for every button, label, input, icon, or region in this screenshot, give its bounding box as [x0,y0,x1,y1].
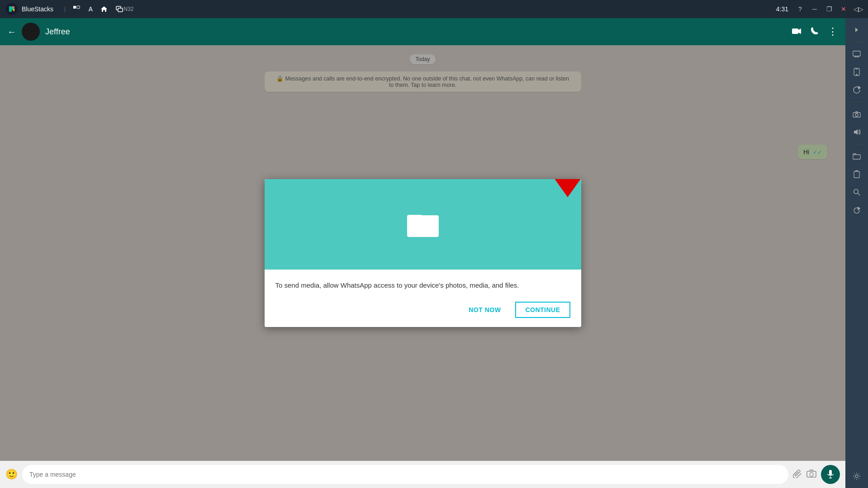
n32-badge: N32 [123,6,133,12]
sidebar-folder-icon[interactable] [849,148,865,164]
sidebar-toggle-icon[interactable] [849,22,865,38]
phone-icon[interactable] [849,64,865,80]
chat-header: ← Jeffree ⋮ [0,18,845,45]
app-name: BlueStacks [22,5,53,13]
svg-rect-26 [854,171,859,178]
emoji-icon[interactable]: 🙂 [5,469,18,480]
titlebar-divider: | [64,6,66,12]
clipboard-icon[interactable] [849,166,865,182]
dialog-bottom-section: To send media, allow WhatsApp access to … [265,270,581,327]
sidebar-separator-1 [850,42,863,42]
continue-button[interactable]: CONTINUE [515,302,570,318]
svg-rect-25 [853,155,860,159]
dialog-permission-text: To send media, allow WhatsApp access to … [275,280,570,291]
help-icon[interactable]: ? [796,5,805,13]
svg-marker-22 [859,86,860,89]
titlebar-time: 4:31 [776,5,788,13]
titlebar: BlueStacks | A N32 4:31 ? ─ ❐ ✕ ◁▷ [0,0,868,18]
svg-point-27 [854,190,859,194]
a-icon[interactable]: A [88,5,93,13]
svg-rect-12 [829,470,832,475]
video-call-icon[interactable] [792,27,802,37]
sidebar-separator-3 [850,144,863,144]
restore-button[interactable]: ❐ [825,5,834,13]
chat-body: Today 🔒 Messages and calls are end-to-en… [0,45,845,461]
svg-point-20 [856,74,857,75]
titlebar-nav-icons: A [73,5,123,13]
message-input[interactable] [22,465,788,484]
svg-rect-2 [73,6,76,9]
right-sidebar [845,18,868,488]
back-button[interactable]: ← [7,27,16,37]
svg-marker-7 [798,28,801,34]
voice-call-icon[interactable] [811,27,819,37]
bluestacks-logo [5,3,18,15]
sidebar-separator-2 [850,102,863,102]
not-now-button[interactable]: NOT NOW [461,303,508,317]
contact-name: Jeffree [45,27,792,37]
window-controls: ? ─ ❐ ✕ ◁▷ [796,5,863,13]
folder-icon [407,212,439,237]
refresh-icon[interactable] [849,82,865,98]
svg-marker-29 [858,207,860,210]
expand-panel-icon[interactable]: ◁▷ [854,5,863,13]
svg-point-24 [855,114,858,116]
dialog-actions: NOT NOW CONTINUE [275,302,570,318]
permission-dialog: To send media, allow WhatsApp access to … [265,179,581,327]
camera-icon[interactable] [806,469,816,480]
taskbar-icon[interactable] [73,5,81,13]
svg-point-11 [810,473,813,476]
multiwindow-icon[interactable] [115,5,123,13]
svg-rect-5 [118,8,123,12]
svg-rect-6 [792,28,798,34]
close-button[interactable]: ✕ [839,5,848,13]
rotate-icon[interactable] [849,202,865,218]
chat-input-bar: 🙂 [0,461,845,488]
screen-icon[interactable] [849,46,865,62]
svg-point-30 [855,475,858,478]
sidebar-search-icon[interactable] [849,184,865,200]
dialog-top-section [265,179,581,270]
header-actions: ⋮ [792,26,838,38]
home-icon[interactable] [100,5,108,13]
whatsapp-area: ← Jeffree ⋮ [0,18,845,488]
settings-icon[interactable] [849,468,865,484]
sidebar-camera-icon[interactable] [849,106,865,122]
svg-line-28 [858,194,860,196]
attachment-icon[interactable] [793,469,802,480]
main-layout: ← Jeffree ⋮ [0,18,868,488]
contact-avatar [22,23,40,41]
dialog-overlay: To send media, allow WhatsApp access to … [0,45,845,461]
more-options-icon[interactable]: ⋮ [828,26,838,38]
volume-icon[interactable] [849,124,865,140]
mic-button[interactable] [821,465,840,484]
svg-rect-15 [853,51,860,56]
minimize-button[interactable]: ─ [810,5,819,13]
svg-rect-3 [77,6,80,9]
